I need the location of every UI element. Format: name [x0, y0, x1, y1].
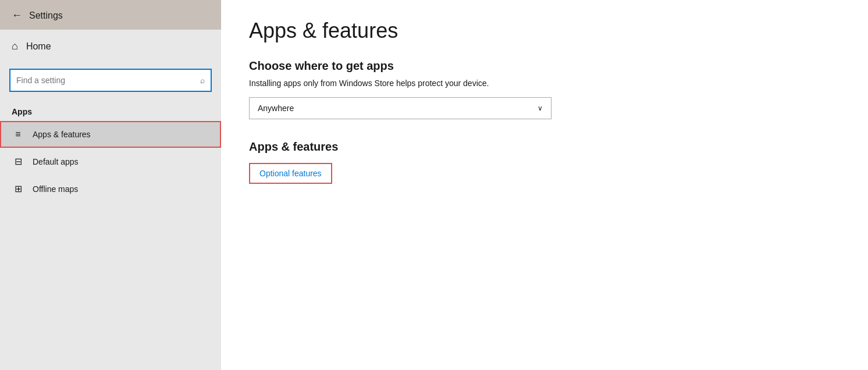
home-icon: ⌂: [12, 40, 18, 52]
apps-features-section: Apps & features Optional features: [249, 140, 840, 184]
search-box: ⌕: [9, 69, 212, 92]
source-dropdown[interactable]: Anywhere ∨: [249, 97, 552, 119]
default-apps-label: Default apps: [33, 157, 79, 166]
choose-apps-section: Choose where to get apps Installing apps…: [249, 59, 840, 119]
sidebar-header: ← Settings: [0, 0, 221, 30]
search-icon: ⌕: [200, 76, 205, 85]
search-input[interactable]: [16, 76, 200, 85]
choose-apps-heading: Choose where to get apps: [249, 59, 840, 73]
optional-features-link[interactable]: Optional features: [249, 163, 332, 184]
sidebar-item-home[interactable]: ⌂ Home: [0, 30, 221, 63]
page-title: Apps & features: [249, 19, 840, 43]
sidebar-item-apps-features[interactable]: ≡ Apps & features: [0, 121, 221, 148]
chevron-down-icon: ∨: [538, 104, 543, 112]
home-label: Home: [26, 41, 51, 52]
sidebar: ← Settings ⌂ Home ⌕ Apps ≡ Apps & featur…: [0, 0, 221, 370]
sidebar-item-default-apps[interactable]: ⊟ Default apps: [0, 148, 221, 175]
apps-features-subheading: Apps & features: [249, 140, 840, 154]
apps-section-label: Apps: [0, 98, 221, 121]
offline-maps-icon: ⊞: [12, 183, 24, 194]
sidebar-title: Settings: [29, 10, 63, 21]
source-dropdown-container: Anywhere ∨: [249, 97, 552, 119]
choose-apps-description: Installing apps only from Windows Store …: [249, 79, 840, 88]
back-icon[interactable]: ←: [12, 9, 22, 22]
sidebar-item-offline-maps[interactable]: ⊞ Offline maps: [0, 175, 221, 202]
offline-maps-label: Offline maps: [33, 184, 78, 194]
apps-features-icon: ≡: [12, 129, 24, 140]
dropdown-value: Anywhere: [258, 104, 294, 113]
search-container: ⌕: [0, 63, 221, 98]
apps-features-label: Apps & features: [33, 130, 91, 139]
content-area: Apps & features Choose where to get apps…: [221, 0, 868, 370]
default-apps-icon: ⊟: [12, 156, 24, 167]
